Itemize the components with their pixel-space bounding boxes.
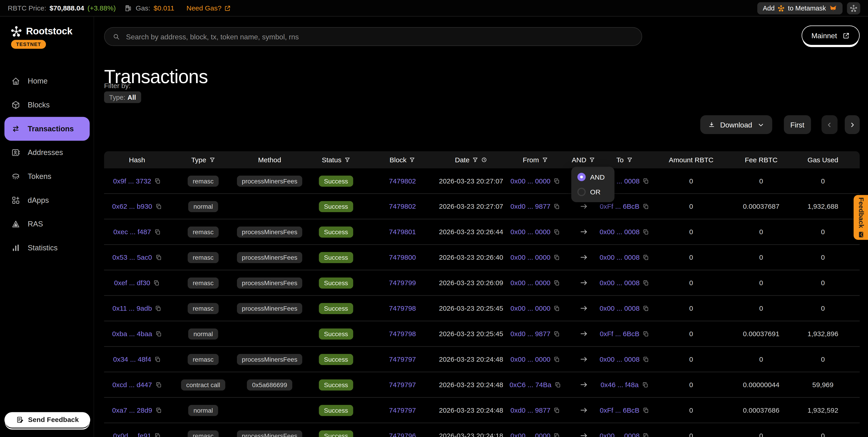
copy-icon[interactable]: [154, 356, 161, 362]
from-address-link[interactable]: 0x00 ... 0000: [510, 355, 551, 363]
block-link[interactable]: 7479799: [389, 279, 416, 287]
tx-date: 2026-03-23 20:26:09: [439, 279, 503, 287]
filter-icon[interactable]: [472, 157, 478, 163]
tx-hash-link[interactable]: 0x62 ... b930: [112, 203, 152, 210]
from-address-link[interactable]: 0xd0 ... 9877: [510, 406, 551, 414]
type-filter-chip[interactable]: Type: All: [104, 91, 141, 103]
copy-icon[interactable]: [554, 178, 560, 184]
copy-icon[interactable]: [156, 330, 162, 337]
copy-icon[interactable]: [156, 203, 162, 210]
mainnet-button[interactable]: Mainnet: [801, 26, 860, 46]
copy-icon[interactable]: [154, 432, 161, 437]
copy-icon[interactable]: [554, 330, 560, 337]
to-address-link[interactable]: 0xFf ... 6BcB: [600, 330, 640, 338]
block-link[interactable]: 7479797: [389, 355, 416, 363]
sidebar-item-home[interactable]: Home: [4, 69, 90, 93]
sidebar-item-addresses[interactable]: Addresses: [4, 141, 90, 165]
search-bar[interactable]: [104, 27, 642, 46]
sidebar-item-tokens[interactable]: Tokens: [4, 165, 90, 188]
from-address-link[interactable]: 0x00 ... 0000: [510, 177, 551, 185]
sidebar-item-blocks[interactable]: Blocks: [4, 93, 90, 117]
filter-icon[interactable]: [344, 157, 350, 163]
copy-icon[interactable]: [554, 432, 560, 437]
next-page-button[interactable]: [845, 115, 860, 134]
tx-hash-link[interactable]: 0x0d ... fe91: [113, 432, 151, 437]
from-address-link[interactable]: 0x00 ... 0000: [510, 228, 551, 236]
copy-icon[interactable]: [554, 407, 560, 413]
tx-hash-link[interactable]: 0x34 ... 48f4: [113, 355, 151, 363]
copy-icon[interactable]: [154, 280, 160, 286]
sidebar-item-dapps[interactable]: dApps: [4, 188, 90, 212]
copy-icon[interactable]: [554, 356, 560, 362]
filter-icon[interactable]: [409, 157, 415, 163]
rootstock-settings-button[interactable]: [847, 2, 860, 14]
copy-icon[interactable]: [155, 305, 161, 311]
need-gas-link[interactable]: Need Gas?: [187, 4, 231, 12]
copy-icon[interactable]: [554, 203, 560, 210]
copy-icon[interactable]: [554, 305, 560, 311]
filter-icon[interactable]: [589, 157, 595, 163]
from-address-link[interactable]: 0x00 ... 0000: [510, 253, 551, 261]
first-page-button[interactable]: First: [784, 115, 811, 134]
block-link[interactable]: 7479798: [389, 330, 416, 338]
block-link[interactable]: 7479802: [389, 177, 416, 185]
copy-icon[interactable]: [554, 280, 560, 286]
copy-icon[interactable]: [154, 229, 161, 235]
to-address-link[interactable]: 0x00 ... 0008: [599, 253, 640, 261]
from-address-link[interactable]: 0xC6 ... 74Ba: [509, 381, 551, 388]
to-address-link[interactable]: 0x00 ... 0008: [599, 304, 640, 312]
radio-button[interactable]: [577, 173, 586, 181]
block-link[interactable]: 7479802: [389, 203, 416, 210]
filter-icon[interactable]: [209, 157, 215, 163]
from-address-link[interactable]: 0x00 ... 0000: [510, 279, 551, 287]
add-to-metamask-button[interactable]: Add to Metamask: [757, 2, 842, 14]
to-address-link[interactable]: 0xFf ... 6BcB: [600, 406, 640, 414]
tx-hash-link[interactable]: 0xcd ... d447: [112, 381, 152, 388]
tx-hash-link[interactable]: 0x53 ... 5ac0: [112, 253, 152, 261]
copy-icon[interactable]: [554, 229, 560, 235]
block-link[interactable]: 7479797: [389, 381, 416, 388]
copy-icon[interactable]: [154, 178, 161, 184]
tx-hash-link[interactable]: 0xa7 ... 28d9: [112, 406, 152, 414]
block-link[interactable]: 7479798: [389, 304, 416, 312]
to-address-link[interactable]: 0xFf ... 6BcB: [600, 203, 640, 210]
filter-option-and[interactable]: AND: [571, 170, 615, 184]
table-row: 0x0d ... fe91 remasc processMinersFees S…: [104, 423, 860, 437]
copy-icon[interactable]: [555, 381, 561, 388]
download-button[interactable]: Download: [700, 115, 772, 134]
search-input[interactable]: [125, 32, 634, 41]
to-address-link[interactable]: 0x00 ... 0008: [599, 279, 640, 287]
sidebar-item-statistics[interactable]: Statistics: [4, 236, 90, 260]
block-link[interactable]: 7479796: [389, 432, 416, 437]
tx-hash-link[interactable]: 0xef ... df30: [114, 279, 150, 287]
from-address-link[interactable]: 0x00 ... 0000: [510, 432, 551, 437]
tx-hash-link[interactable]: 0x9f ... 3732: [113, 177, 151, 185]
previous-page-button[interactable]: [822, 115, 838, 134]
copy-icon[interactable]: [155, 381, 162, 388]
sidebar-item-transactions[interactable]: Transactions: [4, 117, 90, 141]
sidebar-item-ras[interactable]: RAS: [4, 212, 90, 236]
tx-hash-link[interactable]: 0xec ... f487: [113, 228, 151, 236]
from-address-link[interactable]: 0x00 ... 0000: [510, 304, 551, 312]
tx-hash-link[interactable]: 0x11 ... 9adb: [112, 304, 152, 312]
from-address-link[interactable]: 0xd0 ... 9877: [510, 330, 551, 338]
to-address-link[interactable]: 0x00 ... 0008: [599, 228, 640, 236]
block-link[interactable]: 7479801: [389, 228, 416, 236]
to-address-link[interactable]: 0x46 ... f48a: [600, 381, 639, 388]
to-address-link[interactable]: 0x00 ... 0008: [599, 355, 640, 363]
copy-icon[interactable]: [155, 254, 162, 260]
brand-logo[interactable]: Rootstock: [10, 26, 72, 37]
feedback-tab[interactable]: Feedback: [854, 195, 868, 240]
filter-option-or[interactable]: OR: [571, 184, 615, 199]
copy-icon[interactable]: [156, 407, 162, 413]
send-feedback-button[interactable]: Send Feedback: [4, 412, 90, 428]
block-link[interactable]: 7479800: [389, 253, 416, 261]
to-address-link[interactable]: 0x00 ... 0008: [599, 432, 640, 437]
copy-icon[interactable]: [554, 254, 560, 260]
radio-button[interactable]: [577, 188, 586, 196]
filter-icon[interactable]: [626, 157, 632, 163]
block-link[interactable]: 7479797: [389, 406, 416, 414]
from-address-link[interactable]: 0xd0 ... 9877: [510, 203, 551, 210]
tx-hash-link[interactable]: 0xba ... 4baa: [112, 330, 152, 338]
filter-icon[interactable]: [542, 157, 548, 163]
